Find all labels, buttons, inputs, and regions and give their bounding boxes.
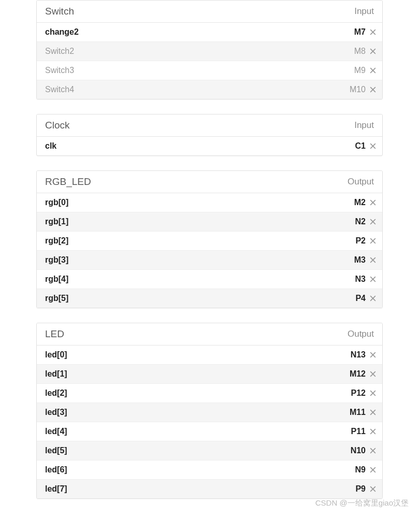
signal-name: led[1]	[45, 369, 67, 379]
close-icon[interactable]	[369, 85, 377, 94]
close-icon[interactable]	[369, 389, 377, 397]
signal-name: led[0]	[45, 350, 67, 360]
signal-name: clk	[45, 141, 56, 151]
close-icon[interactable]	[369, 370, 377, 378]
pin-label: P2	[355, 236, 366, 246]
panel-clock: ClockInputclkC1	[36, 114, 383, 156]
pin-row[interactable]: led[3]M11	[37, 403, 382, 422]
pin-row[interactable]: rgb[5]P4	[37, 289, 382, 308]
close-icon[interactable]	[369, 218, 377, 226]
pin-row[interactable]: led[2]P12	[37, 384, 382, 403]
signal-name: rgb[1]	[45, 217, 68, 226]
signal-name: led[2]	[45, 389, 67, 398]
pin-label: N3	[355, 275, 366, 284]
pin-row[interactable]: led[0]N13	[37, 346, 382, 365]
signal-name: Switch4	[45, 85, 74, 94]
close-icon[interactable]	[369, 466, 377, 474]
panel-title: LED	[45, 328, 64, 340]
row-right: M12	[350, 369, 377, 379]
pin-label: P11	[351, 427, 366, 436]
pin-row[interactable]: clkC1	[37, 137, 382, 155]
pin-row[interactable]: led[6]N9	[37, 461, 382, 480]
panel-direction: Input	[354, 120, 374, 131]
close-icon[interactable]	[369, 427, 377, 436]
panel-direction: Output	[348, 177, 374, 187]
pin-assignment-container: SwitchInputchange2M7Switch2M8Switch3M9Sw…	[0, 0, 419, 499]
signal-name: rgb[4]	[45, 275, 68, 284]
signal-name: Switch3	[45, 66, 74, 75]
close-icon[interactable]	[369, 351, 377, 359]
close-icon[interactable]	[369, 408, 377, 416]
close-icon[interactable]	[369, 256, 377, 264]
pin-label: N2	[355, 217, 366, 226]
pin-label: N13	[351, 350, 366, 360]
row-right: P12	[351, 389, 377, 398]
pin-label: P4	[355, 294, 366, 303]
pin-label: M8	[354, 47, 366, 56]
signal-name: led[3]	[45, 408, 67, 417]
panel-led: LEDOutputled[0]N13led[1]M12led[2]P12led[…	[36, 323, 383, 499]
signal-name: led[5]	[45, 446, 67, 455]
row-right: M2	[354, 198, 377, 207]
pin-label: C1	[355, 141, 366, 151]
pin-row[interactable]: led[7]P9	[37, 480, 382, 498]
close-icon[interactable]	[369, 142, 377, 150]
close-icon[interactable]	[369, 275, 377, 283]
signal-name: rgb[2]	[45, 236, 68, 246]
close-icon[interactable]	[369, 47, 377, 55]
pin-row[interactable]: Switch4M10	[37, 80, 382, 99]
pin-row[interactable]: led[1]M12	[37, 365, 382, 384]
signal-name: led[7]	[45, 484, 67, 494]
row-right: N9	[355, 465, 377, 475]
signal-name: change2	[45, 27, 79, 37]
pin-row[interactable]: change2M7	[37, 23, 382, 42]
close-icon[interactable]	[369, 198, 377, 207]
row-right: M10	[350, 85, 377, 94]
pin-label: M12	[350, 369, 366, 379]
row-right: P2	[355, 236, 377, 246]
pin-row[interactable]: Switch3M9	[37, 61, 382, 80]
panel-header: SwitchInput	[37, 1, 382, 23]
close-icon[interactable]	[369, 294, 377, 303]
pin-label: M11	[350, 408, 366, 417]
close-icon[interactable]	[369, 485, 377, 493]
row-right: N3	[355, 275, 377, 284]
panel-title: Clock	[45, 120, 70, 131]
panel-header: RGB_LEDOutput	[37, 171, 382, 193]
pin-row[interactable]: rgb[3]M3	[37, 251, 382, 270]
row-right: M7	[354, 27, 377, 37]
row-right: N2	[355, 217, 377, 226]
signal-name: rgb[5]	[45, 294, 68, 303]
signal-name: rgb[3]	[45, 255, 68, 265]
signal-name: rgb[0]	[45, 198, 68, 207]
row-right: P4	[355, 294, 377, 303]
pin-row[interactable]: led[4]P11	[37, 422, 382, 441]
signal-name: led[6]	[45, 465, 67, 475]
pin-row[interactable]: rgb[1]N2	[37, 212, 382, 232]
pin-row[interactable]: rgb[4]N3	[37, 270, 382, 289]
close-icon[interactable]	[369, 28, 377, 36]
panel-direction: Output	[348, 329, 374, 339]
panel-rgb-led: RGB_LEDOutputrgb[0]M2rgb[1]N2rgb[2]P2rgb…	[36, 170, 383, 308]
pin-label: N9	[355, 465, 366, 475]
signal-name: Switch2	[45, 47, 74, 56]
row-right: P11	[351, 427, 377, 436]
row-right: C1	[355, 141, 377, 151]
pin-label: P9	[355, 484, 366, 494]
row-right: N13	[351, 350, 377, 360]
pin-row[interactable]: rgb[2]P2	[37, 232, 382, 251]
row-right: M11	[350, 408, 377, 417]
row-right: M8	[354, 47, 377, 56]
panel-header: ClockInput	[37, 114, 382, 137]
close-icon[interactable]	[369, 237, 377, 245]
pin-row[interactable]: led[5]N10	[37, 441, 382, 461]
pin-label: M3	[354, 255, 366, 265]
close-icon[interactable]	[369, 66, 377, 75]
pin-label: P12	[351, 389, 366, 398]
close-icon[interactable]	[369, 447, 377, 455]
row-right: N10	[351, 446, 377, 455]
panel-switch: SwitchInputchange2M7Switch2M8Switch3M9Sw…	[36, 0, 383, 99]
pin-row[interactable]: Switch2M8	[37, 42, 382, 61]
pin-row[interactable]: rgb[0]M2	[37, 193, 382, 212]
panel-title: RGB_LED	[45, 176, 91, 188]
